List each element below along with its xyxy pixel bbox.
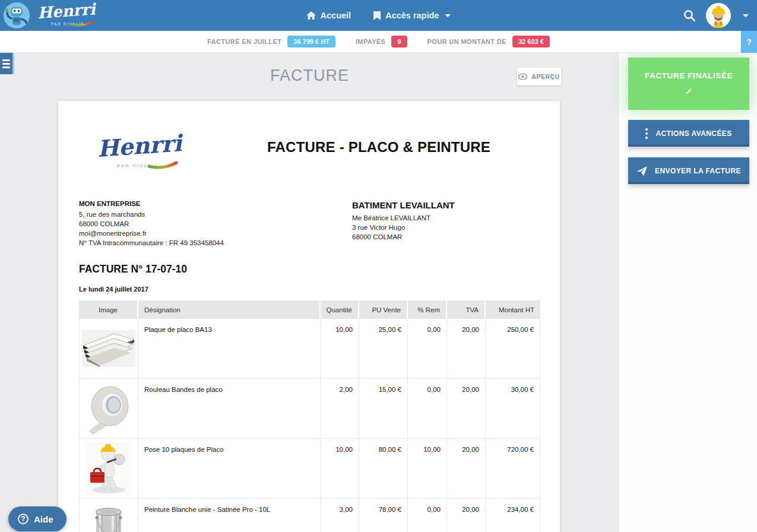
avatar-chevron-down-icon[interactable] xyxy=(743,14,749,17)
svg-text:Henrri: Henrri xyxy=(37,2,97,22)
status-label: FACTURE FINALISÉE xyxy=(645,71,733,80)
client-address-line: 68000 COLMAR xyxy=(352,232,539,242)
advanced-actions-button[interactable]: ACTIONS AVANCÉES xyxy=(628,120,749,147)
paper-plane-icon xyxy=(636,166,647,176)
nav-item-quick-access[interactable]: Accès rapide xyxy=(373,11,451,20)
invoice-header: Henrri PAR RIVALIS FACTURE - PLACO & PEI… xyxy=(79,132,539,179)
line-designation: Pose 10 plaques de Placo xyxy=(138,439,321,498)
company-vat-number: N° TVA Intracommunautaire : FR 49 353458… xyxy=(79,238,352,248)
line-quantity: 2,00 xyxy=(321,379,359,438)
line-discount: 10,00 xyxy=(408,439,447,498)
stat-invoiced-month: FACTURÉ EN JUILLET 36 799 € HT xyxy=(207,36,335,48)
line-unit-price: 78,00 € xyxy=(359,499,408,532)
line-quantity: 3,00 xyxy=(321,499,359,532)
chevron-down-icon xyxy=(445,14,451,17)
nav-home-label: Accueil xyxy=(321,11,351,20)
header-right xyxy=(683,0,749,31)
search-icon[interactable] xyxy=(683,10,695,21)
line-vat: 20,00 xyxy=(447,499,486,532)
svg-text:Henrri: Henrri xyxy=(97,132,183,162)
line-designation: Rouleau Bandes de placo xyxy=(138,379,321,438)
column-header-vat: TVA xyxy=(447,300,486,319)
invoice-lines-table: Image Désignation Quantité PU Vente % Re… xyxy=(79,300,540,532)
stat-badge-invoiced: 36 799 € HT xyxy=(287,36,335,48)
vertical-ellipsis-icon xyxy=(645,128,648,139)
line-discount: 0,00 xyxy=(408,379,447,438)
line-quantity: 10,00 xyxy=(321,439,359,498)
product-image-paint-can xyxy=(79,499,138,532)
preview-button-label: APERÇU xyxy=(531,73,559,80)
product-image-tape-roll xyxy=(79,379,138,438)
product-image-worker-figure xyxy=(79,439,138,498)
client-address-block: BATIMENT LEVAILLANT Me Béatrice LEVAILLA… xyxy=(352,200,539,248)
robot-mascot-icon xyxy=(4,2,30,28)
product-image-plasterboard xyxy=(79,319,138,378)
invoice-document: Henrri PAR RIVALIS FACTURE - PLACO & PEI… xyxy=(58,101,560,532)
line-vat: 20,00 xyxy=(447,379,486,438)
column-header-designation: Désignation xyxy=(138,300,321,319)
advanced-actions-label: ACTIONS AVANCÉES xyxy=(655,129,731,138)
line-designation: Plaque de placo BA13 xyxy=(138,319,321,378)
user-avatar[interactable] xyxy=(706,3,731,28)
question-mark-icon: ? xyxy=(18,514,28,524)
column-header-unit-price: PU Vente xyxy=(359,300,408,319)
address-blocks: MON ENTREPRISE 5, rue des marchands 6800… xyxy=(79,200,539,248)
right-action-panel: FACTURE FINALISÉE ✓ ACTIONS AVANCÉES ENV… xyxy=(619,53,757,532)
client-contact: Me Béatrice LEVAILLANT xyxy=(352,213,539,223)
client-name: BATIMENT LEVAILLANT xyxy=(352,200,539,210)
stat-label: FACTURÉ EN JUILLET xyxy=(207,38,281,45)
column-header-quantity: Quantité xyxy=(321,300,359,319)
column-header-amount: Montant HT xyxy=(486,300,540,319)
line-unit-price: 80,00 € xyxy=(359,439,408,498)
check-icon: ✓ xyxy=(685,86,693,97)
table-row[interactable]: Peinture Blanche unie - Satinée Pro - 10… xyxy=(79,499,540,532)
eye-icon xyxy=(518,74,527,80)
stat-label: IMPAYÉS xyxy=(356,38,386,45)
invoice-company-logo: Henrri PAR RIVALIS xyxy=(79,132,201,179)
help-button[interactable]: ? Aide xyxy=(8,506,66,531)
nav-item-home[interactable]: Accueil xyxy=(306,11,351,20)
table-row[interactable]: Plaque de placo BA13 10,00 25,00 € 0,00 … xyxy=(79,319,540,379)
company-email: moi@monentreprise.fr xyxy=(79,229,352,238)
send-invoice-label: ENVOYER LA FACTURE xyxy=(655,167,741,175)
line-discount: 0,00 xyxy=(408,319,447,378)
line-amount: 30,00 € xyxy=(486,379,540,438)
company-name: MON ENTREPRISE xyxy=(79,200,352,207)
line-amount: 720,00 € xyxy=(486,439,540,498)
help-button-label: Aide xyxy=(34,514,53,524)
invoice-date: Le lundi 24 juillet 2017 xyxy=(79,286,539,293)
column-header-image: Image xyxy=(79,300,138,319)
home-icon xyxy=(306,11,316,20)
brand-logo[interactable]: Henrri PAR RIVALIS xyxy=(0,2,98,29)
line-designation: Peinture Blanche unie - Satinée Pro - 10… xyxy=(138,499,321,532)
line-unit-price: 15,00 € xyxy=(359,379,408,438)
invoice-title: FACTURE - PLACO & PEINTURE xyxy=(201,132,539,179)
bookmark-icon xyxy=(373,11,381,20)
stat-unpaid-amount: POUR UN MONTANT DE 32 603 € xyxy=(427,36,550,48)
invoice-status-card: FACTURE FINALISÉE ✓ xyxy=(628,58,749,110)
line-vat: 20,00 xyxy=(447,439,486,498)
preview-button[interactable]: APERÇU xyxy=(517,68,561,86)
stat-label: POUR UN MONTANT DE xyxy=(427,38,507,45)
send-invoice-button[interactable]: ENVOYER LA FACTURE xyxy=(628,157,749,184)
brand-wordmark: Henrri PAR RIVALIS xyxy=(36,2,98,29)
sidebar-toggle-button[interactable] xyxy=(0,53,14,74)
line-quantity: 10,00 xyxy=(321,319,359,378)
company-address-block: MON ENTREPRISE 5, rue des marchands 6800… xyxy=(79,200,352,248)
column-header-discount: % Rem xyxy=(408,300,447,319)
stat-unpaid-count: IMPAYÉS 9 xyxy=(356,36,407,48)
help-tab-button[interactable]: ? xyxy=(741,31,757,53)
line-amount: 250,00 € xyxy=(486,319,540,378)
line-amount: 234,00 € xyxy=(486,499,540,532)
line-discount: 0,00 xyxy=(408,499,447,532)
table-row[interactable]: Pose 10 plaques de Placo 10,00 80,00 € 1… xyxy=(79,439,540,499)
table-header-row: Image Désignation Quantité PU Vente % Re… xyxy=(79,300,540,319)
table-row[interactable]: Rouleau Bandes de placo 2,00 15,00 € 0,0… xyxy=(79,379,540,439)
app-root: Henrri PAR RIVALIS Accueil xyxy=(0,0,757,532)
nav-quick-access-label: Accès rapide xyxy=(385,11,439,20)
stat-badge-unpaid: 9 xyxy=(391,36,407,48)
invoice-number-title: FACTURE N° 17-07-10 xyxy=(79,263,539,276)
client-address-line: 3 rue Victor Hugo xyxy=(352,223,539,232)
top-header: Henrri PAR RIVALIS Accueil xyxy=(0,0,757,31)
company-address-line: 5, rue des marchands xyxy=(79,210,352,219)
